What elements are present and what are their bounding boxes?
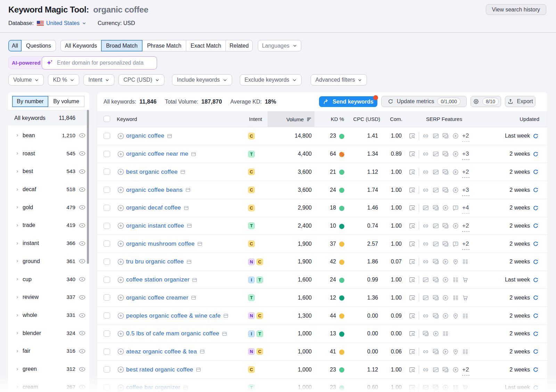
svg-text:?: ? bbox=[455, 242, 456, 245]
svg-text:?: ? bbox=[455, 206, 456, 209]
